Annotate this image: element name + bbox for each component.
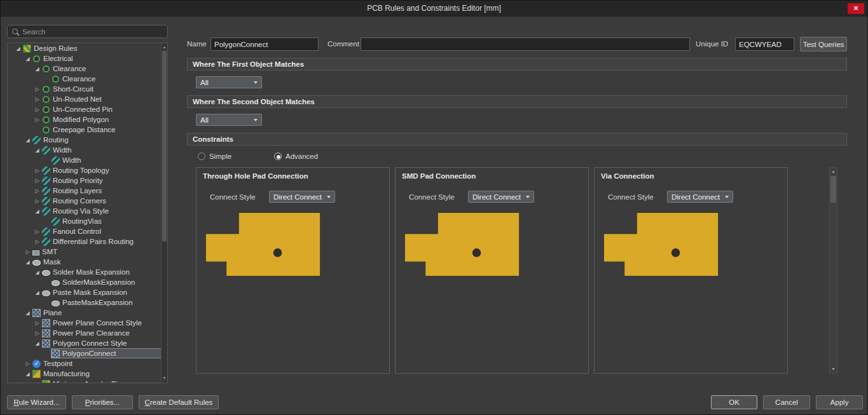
tree-item-testpoint[interactable]: ▷Testpoint <box>8 358 167 369</box>
collapsed-arrow-icon[interactable]: ▷ <box>33 320 41 326</box>
expanded-arrow-icon[interactable]: ◢ <box>33 290 41 296</box>
second-object-scope-dropdown[interactable]: All <box>196 114 262 126</box>
first-object-scope-dropdown[interactable]: All <box>196 76 262 88</box>
simple-radio[interactable]: Simple <box>198 152 231 161</box>
tree-item-routing-via-style[interactable]: ◢Routing Via Style <box>8 206 167 216</box>
tree-item-clearance[interactable]: ◢Clearance <box>8 64 167 74</box>
polygon-connect-preview <box>205 212 323 277</box>
constraints-scrollbar-thumb[interactable] <box>830 176 836 203</box>
tree-item-un-routed-net[interactable]: ▷Un-Routed Net <box>8 94 167 104</box>
expanded-arrow-icon[interactable]: ◢ <box>33 269 41 275</box>
expanded-arrow-icon[interactable]: ◢ <box>24 56 32 62</box>
tree-item-routing-corners[interactable]: ▷Routing Corners <box>8 196 167 206</box>
tree-scrollbar-thumb[interactable] <box>162 51 167 242</box>
name-input[interactable] <box>210 37 319 51</box>
through-hole-connect-style-dropdown[interactable]: Direct Connect <box>269 191 335 203</box>
tree-item-soldermaskexpansion[interactable]: SolderMaskExpansion <box>8 277 167 287</box>
routing-icon <box>42 238 50 246</box>
tree-item-power-plane-clearance[interactable]: ▷Power Plane Clearance <box>8 328 167 338</box>
expanded-arrow-icon[interactable]: ◢ <box>24 310 32 316</box>
rule-wizard-button[interactable]: Rule Wizard... <box>7 395 66 409</box>
tree-item-manufacturing[interactable]: ◢Manufacturing <box>8 369 167 379</box>
expanded-arrow-icon[interactable]: ◢ <box>24 259 32 265</box>
tree-item-width[interactable]: Width <box>8 155 167 165</box>
chevron-down-icon <box>327 196 331 198</box>
collapsed-arrow-icon[interactable]: ▷ <box>33 168 41 173</box>
test-queries-button[interactable]: Test Queries <box>800 37 847 51</box>
dropdown-value: All <box>200 79 251 86</box>
tree-scrollbar[interactable]: ▲ ▼ <box>161 43 167 383</box>
expanded-arrow-icon[interactable]: ◢ <box>33 66 41 72</box>
section-second-object-matches: Where The Second Object Matches <box>187 95 847 108</box>
close-button[interactable]: × <box>848 3 864 14</box>
tree-item-solder-mask-expansion[interactable]: ◢Solder Mask Expansion <box>8 267 167 277</box>
collapsed-arrow-icon[interactable]: ▷ <box>24 249 32 255</box>
radio-circle <box>198 153 205 160</box>
tree-item-design-rules[interactable]: ◢Design Rules <box>8 43 167 53</box>
scroll-up-icon[interactable]: ▲ <box>162 44 167 51</box>
collapsed-arrow-icon[interactable]: ▷ <box>24 361 32 367</box>
expanded-arrow-icon[interactable]: ◢ <box>14 46 22 51</box>
tree-item-power-plane-connect-style[interactable]: ▷Power Plane Connect Style <box>8 318 167 328</box>
dropdown-value: All <box>200 116 251 124</box>
tree-item-plane[interactable]: ◢Plane <box>8 308 167 318</box>
collapsed-arrow-icon[interactable]: ▷ <box>33 117 41 123</box>
priorities-button[interactable]: Priorities... <box>72 395 133 409</box>
expanded-arrow-icon[interactable]: ◢ <box>33 341 41 346</box>
tree-item-minimum-annular-ring[interactable]: Minimum Annular Ring <box>8 379 167 383</box>
tree-item-fanout-control[interactable]: ▷Fanout Control <box>8 226 167 236</box>
collapsed-arrow-icon[interactable]: ▷ <box>33 178 41 184</box>
collapsed-arrow-icon[interactable]: ▷ <box>33 107 41 112</box>
tree-item-routingvias[interactable]: RoutingVias <box>8 216 167 226</box>
tree-item-width[interactable]: ◢Width <box>8 145 167 155</box>
expanded-arrow-icon[interactable]: ◢ <box>33 147 41 153</box>
collapsed-arrow-icon[interactable]: ▷ <box>33 198 41 204</box>
tree-item-label: Routing Layers <box>53 187 102 194</box>
comment-input[interactable] <box>361 37 690 51</box>
via-connect-style-dropdown[interactable]: Direct Connect <box>667 191 733 203</box>
advanced-radio[interactable]: Advanced <box>274 152 318 161</box>
tree-item-electrical[interactable]: ◢Electrical <box>8 53 167 64</box>
cancel-button[interactable]: Cancel <box>763 395 810 409</box>
tree-item-polygon-connect-style[interactable]: ◢Polygon Connect Style <box>8 338 167 348</box>
collapsed-arrow-icon[interactable]: ▷ <box>33 229 41 235</box>
name-label: Name <box>187 40 207 48</box>
create-default-rules-button[interactable]: Create Default Rules <box>139 395 219 409</box>
tree-item-clearance[interactable]: Clearance <box>8 74 167 84</box>
tree-item-short-circuit[interactable]: ▷Short-Circuit <box>8 84 167 94</box>
collapsed-arrow-icon[interactable]: ▷ <box>33 330 41 336</box>
tree-item-label: Testpoint <box>43 360 72 367</box>
tree-item-polygonconnect[interactable]: PolygonConnect <box>8 348 167 358</box>
tree-item-mask[interactable]: ◢Mask <box>8 257 167 267</box>
tree-item-differential-pairs-routing[interactable]: ▷Differential Pairs Routing <box>8 236 167 247</box>
tree-item-paste-mask-expansion[interactable]: ◢Paste Mask Expansion <box>8 287 167 297</box>
tree-item-routing-priority[interactable]: ▷Routing Priority <box>8 175 167 186</box>
apply-button[interactable]: Apply <box>816 395 863 409</box>
tree-item-routing-layers[interactable]: ▷Routing Layers <box>8 186 167 196</box>
tree-item-smt[interactable]: ▷SMT <box>8 247 167 257</box>
smd-connect-style-dropdown[interactable]: Direct Connect <box>468 191 534 203</box>
section-first-object-matches: Where The First Object Matches <box>187 58 847 71</box>
expanded-arrow-icon[interactable]: ◢ <box>33 208 41 214</box>
scroll-down-icon[interactable]: ▼ <box>162 375 167 382</box>
expanded-arrow-icon[interactable]: ◢ <box>24 371 32 377</box>
unique-id-input[interactable] <box>735 37 794 51</box>
collapsed-arrow-icon[interactable]: ▷ <box>33 86 41 92</box>
tree-item-pastemaskexpansion[interactable]: PasteMaskExpansion <box>8 297 167 308</box>
collapsed-arrow-icon[interactable]: ▷ <box>33 239 41 245</box>
tree-item-un-connected-pin[interactable]: ▷Un-Connected Pin <box>8 104 167 114</box>
collapsed-arrow-icon[interactable]: ▷ <box>33 97 41 102</box>
tree-item-creepage-distance[interactable]: Creepage Distance <box>8 125 167 135</box>
tree-item-modified-polygon[interactable]: ▷Modified Polygon <box>8 114 167 125</box>
comment-label: Comment <box>327 40 359 48</box>
search-input[interactable] <box>22 28 163 36</box>
section-title: Where The Second Object Matches <box>193 98 315 105</box>
tree-item-routing-topology[interactable]: ▷Routing Topology <box>8 165 167 175</box>
expanded-arrow-icon[interactable]: ◢ <box>24 137 32 143</box>
constraints-scrollbar[interactable]: ▲ ▼ <box>829 167 837 374</box>
ok-button[interactable]: OK <box>711 395 757 409</box>
scroll-up-icon[interactable]: ▲ <box>830 168 837 175</box>
scroll-down-icon[interactable]: ▼ <box>830 365 837 373</box>
collapsed-arrow-icon[interactable]: ▷ <box>33 188 41 194</box>
tree-item-routing[interactable]: ◢Routing <box>8 135 167 145</box>
